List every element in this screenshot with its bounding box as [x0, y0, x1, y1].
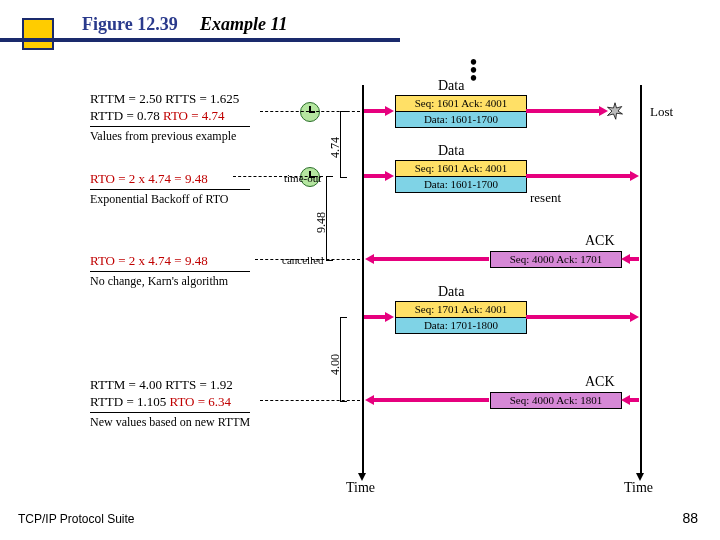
- cancelled-label: cancelled: [282, 254, 324, 266]
- calc-line: RTO = 2 x 4.74 = 9.48: [90, 252, 265, 269]
- send-arrow-icon: [364, 107, 394, 115]
- calc-line: RTO = 2 x 4.74 = 9.48: [90, 170, 265, 187]
- title-square-icon: [22, 18, 54, 50]
- title-underline: [0, 38, 400, 42]
- data-label: Data: [438, 143, 464, 159]
- receiver-timeline: [640, 85, 642, 475]
- send-arrow-icon: [526, 313, 639, 321]
- calc-divider: [90, 126, 250, 127]
- connector-dash: [260, 111, 360, 112]
- calc-note: New values based on new RTTM: [90, 414, 250, 431]
- data-box: Data: 1601-1700: [395, 176, 527, 193]
- send-arrow-icon: [364, 313, 394, 321]
- send-arrow-icon: [526, 172, 639, 180]
- sequence-diagram: ••• Time Time Data Seq: 1601 Ack: 4001 D…: [0, 60, 720, 490]
- connector-dash: [255, 259, 360, 260]
- calc-line: RTTM = 4.00 RTTS = 1.92: [90, 376, 280, 393]
- page-number: 88: [682, 510, 698, 526]
- ack-box: Seq: 4000 Ack: 1801: [490, 392, 622, 409]
- timeout-label: time-out: [284, 172, 321, 184]
- lost-label: Lost: [650, 104, 673, 120]
- rtt-duration: 4.00: [328, 354, 343, 375]
- ack-box: Seq: 4000 Ack: 1701: [490, 251, 622, 268]
- calc-block-4: RTTM = 4.00 RTTS = 1.92 RTTD = 1.105 RTO…: [90, 376, 280, 410]
- calc-divider: [90, 189, 250, 190]
- ellipsis-icon: •••: [470, 58, 477, 82]
- timer-icon: [300, 102, 320, 122]
- calc-block-2: RTO = 2 x 4.74 = 9.48: [90, 170, 265, 187]
- lost-star-icon: [606, 102, 624, 120]
- send-arrow-icon: [364, 172, 394, 180]
- recv-arrow-icon: [621, 255, 639, 263]
- calc-line: RTTD = 0.78 RTO = 4.74: [90, 107, 265, 124]
- time-label-left: Time: [346, 480, 375, 496]
- recv-arrow-icon: [365, 255, 489, 263]
- time-label-right: Time: [624, 480, 653, 496]
- svg-marker-0: [608, 103, 623, 120]
- data-box: Data: 1701-1800: [395, 317, 527, 334]
- figure-subtitle: Example 11: [200, 14, 288, 35]
- calc-divider: [90, 271, 250, 272]
- data-label: Data: [438, 284, 464, 300]
- sender-timeline: [362, 85, 364, 475]
- seq-box: Seq: 1701 Ack: 4001: [395, 301, 527, 318]
- ack-label: ACK: [585, 233, 615, 249]
- calc-line: RTTD = 1.105 RTO = 6.34: [90, 393, 280, 410]
- calc-divider: [90, 412, 250, 413]
- rto-duration: 9.48: [314, 212, 329, 233]
- recv-arrow-icon: [621, 396, 639, 404]
- recv-arrow-icon: [365, 396, 489, 404]
- calc-note: Exponential Backoff of RTO: [90, 191, 228, 208]
- seq-box: Seq: 1601 Ack: 4001: [395, 160, 527, 177]
- footer-left: TCP/IP Protocol Suite: [18, 512, 135, 526]
- calc-block-3: RTO = 2 x 4.74 = 9.48: [90, 252, 265, 269]
- resent-label: resent: [530, 190, 561, 206]
- slide: Figure 12.39 Example 11 ••• Time Time Da…: [0, 0, 720, 540]
- send-arrow-icon: [526, 107, 608, 115]
- calc-note: No change, Karn's algorithm: [90, 273, 228, 290]
- data-label: Data: [438, 78, 464, 94]
- data-box: Data: 1601-1700: [395, 111, 527, 128]
- calc-note: Values from previous example: [90, 128, 236, 145]
- ack-label: ACK: [585, 374, 615, 390]
- rto-duration: 4.74: [328, 137, 343, 158]
- calc-line: RTTM = 2.50 RTTS = 1.625: [90, 90, 265, 107]
- calc-block-1: RTTM = 2.50 RTTS = 1.625 RTTD = 0.78 RTO…: [90, 90, 265, 124]
- figure-number: Figure 12.39: [82, 14, 178, 35]
- seq-box: Seq: 1601 Ack: 4001: [395, 95, 527, 112]
